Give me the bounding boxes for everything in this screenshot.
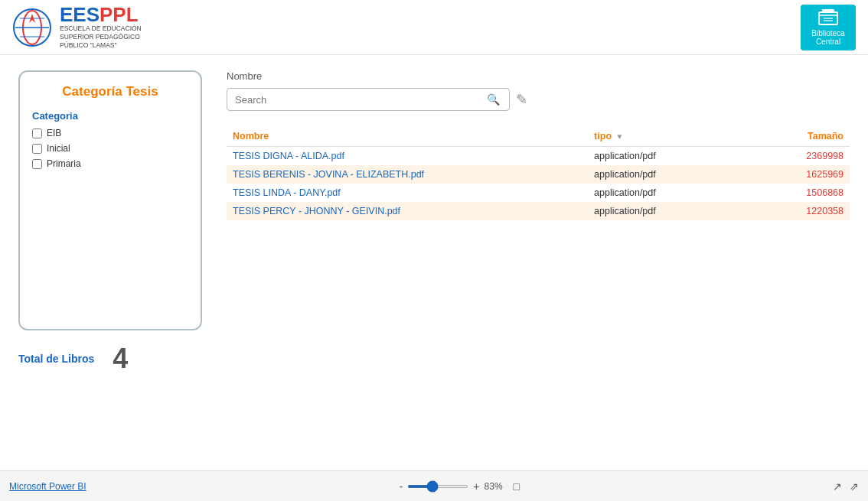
logo-area: EESPPL ESCUELA DE EDUCACIÓN SUPERIOR PED…: [12, 5, 142, 50]
categoria-label: Categoria: [32, 110, 188, 122]
header: EESPPL ESCUELA DE EDUCACIÓN SUPERIOR PED…: [0, 0, 868, 55]
col-header-nombre: Nombre: [227, 126, 588, 147]
logo-subtitle: ESCUELA DE EDUCACIÓN SUPERIOR PEDAGÓGICO…: [60, 24, 142, 50]
categoria-card: Categoría Tesis Categoria EIB Inicial Pr…: [18, 70, 202, 330]
filter-icon[interactable]: ✎: [516, 91, 527, 108]
cell-name[interactable]: TESIS DIGNA - ALIDA.pdf: [227, 147, 588, 166]
biblioteca-label: Biblioteca Central: [801, 29, 856, 46]
cell-name[interactable]: TESIS PERCY - JHONNY - GEIVIN.pdf: [227, 202, 588, 220]
col-header-tipo[interactable]: tipo ▼: [588, 126, 737, 147]
table-header-row: Nombre tipo ▼ Tamaño: [227, 126, 850, 147]
primaria-label: Primaria: [47, 158, 81, 169]
cell-tipo: application/pdf: [588, 147, 737, 166]
right-panel: Nombre 🔍 ✎ Nombre tipo ▼ Ta: [227, 70, 850, 455]
logo-ees: EES: [60, 3, 100, 26]
inicial-label: Inicial: [47, 143, 70, 154]
categoria-item-primaria[interactable]: Primaria: [32, 158, 188, 169]
table-row[interactable]: TESIS PERCY - JHONNY - GEIVIN.pdf applic…: [227, 202, 850, 220]
search-box[interactable]: 🔍: [227, 88, 510, 111]
table-row[interactable]: TESIS DIGNA - ALIDA.pdf application/pdf …: [227, 147, 850, 166]
search-input[interactable]: [235, 94, 485, 106]
table-row[interactable]: TESIS BERENIS - JOVINA - ELIZABETH.pdf a…: [227, 165, 850, 184]
nombre-label: Nombre: [227, 70, 850, 82]
sidebar: Categoría Tesis Categoria EIB Inicial Pr…: [18, 70, 202, 455]
col-header-tamano: Tamaño: [737, 126, 850, 147]
sort-icon: ▼: [616, 132, 624, 141]
data-table: Nombre tipo ▼ Tamaño TESIS DIGNA - ALIDA…: [227, 126, 850, 220]
eib-label: EIB: [47, 128, 61, 138]
zoom-slider[interactable]: [407, 485, 468, 488]
zoom-percent: 83%: [485, 481, 509, 492]
table-row[interactable]: TESIS LINDA - DANY.pdf application/pdf 1…: [227, 184, 850, 202]
biblioteca-button[interactable]: Biblioteca Central: [801, 5, 856, 50]
cell-name[interactable]: TESIS LINDA - DANY.pdf: [227, 184, 588, 202]
fit-page-button[interactable]: □: [514, 480, 520, 493]
svg-rect-7: [822, 9, 834, 11]
cell-tipo: application/pdf: [588, 202, 737, 220]
logo-name: EESPPL: [60, 5, 142, 24]
zoom-controls: - + 83% □: [400, 480, 520, 493]
total-label: Total de Libros: [18, 353, 94, 365]
cell-name[interactable]: TESIS BERENIS - JOVINA - ELIZABETH.pdf: [227, 165, 588, 184]
cell-size: 2369998: [737, 147, 850, 166]
cell-tipo: application/pdf: [588, 184, 737, 202]
checkbox-inicial[interactable]: [32, 144, 42, 154]
logo-text: EESPPL ESCUELA DE EDUCACIÓN SUPERIOR PED…: [60, 5, 142, 50]
logo-ppl: PPL: [100, 3, 139, 26]
main-content: Categoría Tesis Categoria EIB Inicial Pr…: [0, 55, 868, 470]
zoom-plus-button[interactable]: +: [473, 480, 479, 493]
checkbox-eib[interactable]: [32, 129, 42, 138]
bottom-bar: Microsoft Power BI - + 83% □ ↗ ⇗: [0, 470, 868, 501]
categoria-item-eib[interactable]: EIB: [32, 128, 188, 138]
powerbi-link[interactable]: Microsoft Power BI: [9, 481, 86, 492]
cell-size: 1220358: [737, 202, 850, 220]
cell-tipo: application/pdf: [588, 165, 737, 184]
total-count: 4: [113, 343, 128, 375]
table-body: TESIS DIGNA - ALIDA.pdf application/pdf …: [227, 147, 850, 221]
action-icon-buttons: ↗ ⇗: [833, 480, 859, 493]
logo-emblem-icon: [12, 8, 52, 47]
search-icon-button[interactable]: 🔍: [485, 93, 501, 106]
checkbox-primaria[interactable]: [32, 159, 42, 169]
cell-size: 1506868: [737, 184, 850, 202]
search-row: 🔍 ✎: [227, 88, 850, 111]
categoria-item-inicial[interactable]: Inicial: [32, 143, 188, 154]
categoria-title: Categoría Tesis: [32, 84, 188, 99]
fullscreen-button[interactable]: ⇗: [850, 480, 859, 493]
biblioteca-icon: [817, 9, 839, 26]
total-section: Total de Libros 4: [18, 343, 202, 375]
cell-size: 1625969: [737, 165, 850, 184]
zoom-minus-button[interactable]: -: [400, 480, 403, 493]
share-button[interactable]: ↗: [833, 480, 842, 493]
